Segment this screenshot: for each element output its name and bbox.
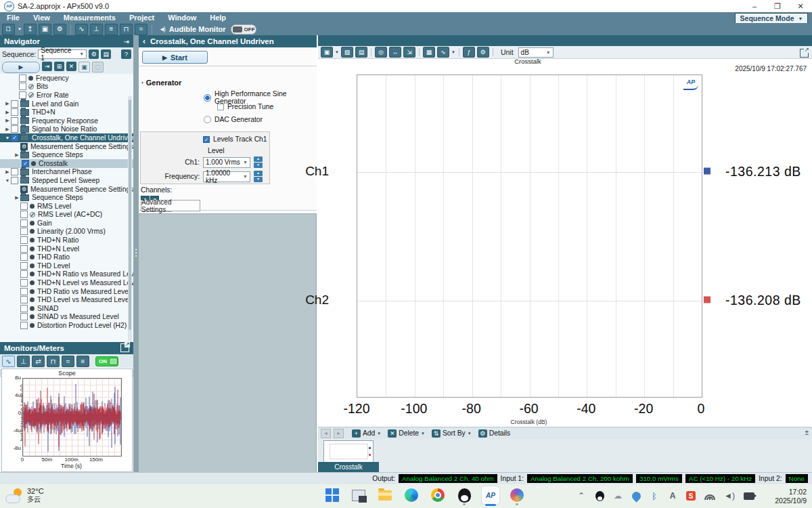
first-graph-icon[interactable]: ◄: [321, 429, 331, 438]
tray-bluetooth-icon[interactable]: ᛒ: [650, 490, 659, 502]
pin-panel-icon[interactable]: ⇥: [124, 38, 129, 45]
tree-item[interactable]: Distortion Product Level (H2): [0, 321, 133, 330]
sweep-icon[interactable]: ≈: [135, 24, 148, 35]
expander-collapsed-icon[interactable]: ▶: [4, 110, 11, 115]
checkbox-levels-track[interactable]: ✓ Levels Track Ch1: [203, 135, 267, 143]
tree-item[interactable]: Frequency: [0, 74, 133, 83]
generator-section-label[interactable]: · Generator: [141, 79, 181, 87]
open-in-window-icon[interactable]: [120, 343, 129, 354]
zoom-icon[interactable]: ◎: [375, 47, 387, 58]
help-button[interactable]: ?: [121, 49, 131, 59]
tray-camera-icon[interactable]: [744, 490, 754, 502]
tree-item[interactable]: ▶Level and Gain: [0, 100, 133, 108]
tree-item[interactable]: THD+N Ratio vs Measured Level: [0, 270, 133, 279]
ch1-level-stepper[interactable]: ▲▼: [254, 156, 263, 168]
tree-item[interactable]: RMS Level (AC+DC): [0, 211, 133, 219]
tree-item[interactable]: Linearity (2.000 Vrms): [0, 228, 133, 236]
checkbox-icon[interactable]: [20, 288, 28, 295]
last-graph-icon[interactable]: ►: [334, 429, 344, 438]
checkbox-icon[interactable]: [11, 100, 18, 108]
graph-view-icon[interactable]: ∿: [437, 47, 449, 58]
run-sequence-button[interactable]: ▶: [2, 62, 40, 73]
checkbox-icon[interactable]: [11, 108, 18, 116]
back-chevron-icon[interactable]: ‹: [143, 37, 145, 46]
taskbar-clock[interactable]: 17:02 2025/10/9: [775, 488, 807, 505]
meter-list-icon[interactable]: ≡: [105, 24, 118, 35]
tree-item[interactable]: ▶Sequence Steps: [0, 150, 133, 159]
save-project-icon[interactable]: ▣: [39, 24, 51, 35]
menu-file[interactable]: File: [0, 14, 26, 22]
expander-expanded-icon[interactable]: ▼: [4, 178, 11, 183]
checkbox-icon[interactable]: [11, 168, 18, 175]
tree-item[interactable]: ▶Interchannel Phase: [0, 168, 133, 177]
square-wave-icon[interactable]: ⊓: [120, 24, 133, 35]
tree-item[interactable]: SINAD vs Measured Level: [0, 313, 133, 322]
sort-by-button[interactable]: ⇅Sort By▼: [432, 429, 472, 438]
meter-list-icon[interactable]: ≡: [76, 356, 89, 367]
checkbox-icon[interactable]: [19, 91, 26, 99]
checkbox-icon[interactable]: [20, 279, 28, 287]
tree-item[interactable]: ▶Signal to Noise Ratio: [0, 125, 133, 134]
spectrum-icon[interactable]: ⊥: [17, 356, 30, 367]
save-icon[interactable]: ▣: [321, 47, 333, 58]
delete-icon[interactable]: ✕: [66, 62, 76, 71]
pan-icon[interactable]: ↔: [389, 47, 401, 58]
tree-item[interactable]: ▶THD+N: [0, 108, 133, 117]
tree-item[interactable]: THD Level: [0, 261, 133, 270]
tray-sogou-icon[interactable]: S: [686, 490, 696, 502]
menu-measurements[interactable]: Measurements: [57, 14, 122, 22]
unit-select[interactable]: dB▼: [518, 47, 554, 58]
tree-item[interactable]: ▼✓Crosstalk, One Channel Undriven: [0, 133, 133, 142]
vertical-splitter[interactable]: •••: [133, 35, 139, 472]
taskbar-chrome-icon[interactable]: [429, 486, 447, 504]
tray-wifi-icon[interactable]: [704, 490, 715, 502]
add-button[interactable]: +Add▼: [352, 429, 381, 438]
start-button[interactable]: ▶ Start: [142, 51, 208, 64]
audible-monitor-toggle[interactable]: OFF: [231, 24, 256, 35]
expander-collapsed-icon[interactable]: ▶: [4, 169, 11, 175]
tree-item[interactable]: ⚙Measurement Sequence Settings...: [0, 142, 133, 151]
app-settings-icon[interactable]: ⚙: [53, 24, 66, 35]
open-graph-in-window-icon[interactable]: [800, 48, 809, 60]
edit-icon[interactable]: ▨: [341, 47, 353, 58]
checkbox-icon[interactable]: [11, 177, 18, 184]
menu-view[interactable]: View: [26, 14, 57, 22]
checkbox-icon[interactable]: [20, 322, 28, 329]
tree-item[interactable]: THD+N Level: [0, 245, 133, 253]
fit-icon[interactable]: ⇲: [403, 47, 415, 58]
close-button[interactable]: ✕: [789, 0, 812, 12]
menu-window[interactable]: Window: [161, 14, 203, 22]
taskbar-file-explorer-icon[interactable]: [376, 486, 394, 504]
frequency-stepper[interactable]: ▲▼: [254, 171, 263, 182]
expander-collapsed-icon[interactable]: ▶: [4, 118, 11, 123]
checkbox-icon[interactable]: [20, 236, 28, 244]
checkbox-icon[interactable]: [19, 75, 26, 82]
taskbar-start-icon[interactable]: [323, 486, 341, 504]
square-wave-icon[interactable]: ⊓: [47, 356, 60, 367]
checkbox-icon[interactable]: ✓: [22, 160, 29, 167]
taskbar-apx500-icon[interactable]: AP: [482, 486, 499, 504]
checkbox-icon[interactable]: ✓: [11, 134, 18, 142]
taskbar-weather[interactable]: 32°C 多云: [5, 487, 44, 504]
tree-item[interactable]: ▶Frequency Response: [0, 117, 133, 125]
tree-item[interactable]: ▼Stepped Level Sweep: [0, 176, 133, 185]
thumbnail-label[interactable]: Crosstalk: [318, 462, 379, 472]
radio-dac-generator[interactable]: DAC Generator: [204, 116, 263, 123]
expander-collapsed-icon[interactable]: ▶: [14, 195, 20, 200]
checkbox-icon[interactable]: [20, 313, 28, 320]
tray-input-a-icon[interactable]: A: [668, 490, 677, 502]
tree-item[interactable]: Bits: [0, 83, 133, 91]
menu-help[interactable]: Help: [203, 14, 233, 22]
expander-expanded-icon[interactable]: ▼: [4, 135, 11, 140]
signal-generator-icon[interactable]: ∿: [75, 24, 88, 35]
details-button[interactable]: ⚙Details: [478, 429, 510, 438]
append-step-icon[interactable]: ⇥: [42, 62, 52, 71]
expander-collapsed-icon[interactable]: ▶: [14, 152, 20, 158]
tray-onedrive-icon[interactable]: ☁: [613, 490, 623, 502]
maximize-button[interactable]: ❐: [766, 0, 789, 12]
loop-icon[interactable]: ⇄: [32, 356, 45, 367]
print-icon[interactable]: ▤: [355, 47, 367, 58]
checkbox-icon[interactable]: [19, 83, 26, 90]
tree-item[interactable]: Gain: [0, 219, 133, 228]
tree-item[interactable]: THD Ratio vs Measured Level: [0, 287, 133, 296]
